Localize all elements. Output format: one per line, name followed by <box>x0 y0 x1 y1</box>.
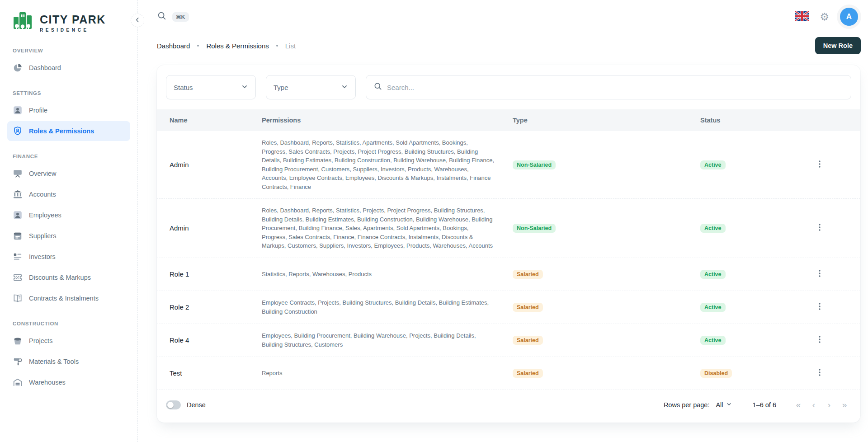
type-filter-select[interactable]: Type <box>266 75 356 99</box>
type-badge: Salaried <box>513 369 543 378</box>
search-icon <box>373 82 382 93</box>
vertical-dots-icon <box>815 368 824 378</box>
brand-logo-link[interactable]: CITY PARK RESIDENCE <box>7 10 130 35</box>
first-page-button[interactable]: « <box>792 398 805 412</box>
breadcrumb: Dashboard Roles & Permissions List <box>157 42 296 50</box>
projects-basket-icon <box>13 336 23 346</box>
sidebar-item-contracts-instalments[interactable]: Contracts & Instalments <box>7 288 130 308</box>
row-actions-kebab-button[interactable] <box>811 265 829 283</box>
row-actions-kebab-button[interactable] <box>811 364 829 382</box>
table-header: Name Permissions Type Status <box>157 109 860 131</box>
app-root: CITY PARK RESIDENCE OVERVIEW Dashboard S… <box>0 0 868 442</box>
new-role-button[interactable]: New Role <box>815 37 861 54</box>
sidebar-item-label: Accounts <box>29 191 56 198</box>
type-badge: Non-Salaried <box>513 160 556 169</box>
table-search-box <box>366 75 851 99</box>
keyboard-shortcut-badge: ⌘K <box>172 12 189 22</box>
sidebar-item-materials-tools[interactable]: Materials & Tools <box>7 352 130 371</box>
row-actions-kebab-button[interactable] <box>811 331 829 349</box>
sidebar-section-label: FINANCE <box>7 154 130 159</box>
rows-per-page-select[interactable]: All <box>716 401 731 409</box>
topbar-right: ⚙ A <box>795 8 861 26</box>
uk-flag-icon <box>795 11 809 22</box>
employees-person-icon <box>13 210 23 220</box>
sidebar-item-projects[interactable]: Projects <box>7 331 130 351</box>
status-badge: Active <box>700 270 726 279</box>
sidebar-item-discounts-markups[interactable]: Discounts & Markups <box>7 268 130 287</box>
discounts-ticket-icon <box>13 273 23 282</box>
profile-icon <box>13 105 23 115</box>
sidebar-item-roles-permissions[interactable]: Roles & Permissions <box>7 121 130 141</box>
sidebar-nav: OVERVIEW Dashboard SETTINGS Profile Role… <box>7 48 130 392</box>
status-badge: Active <box>700 336 726 345</box>
main-area: ⌘K ⚙ A Dashboard Roles & Permissions <box>138 0 868 442</box>
sidebar-section-label: SETTINGS <box>7 90 130 96</box>
sidebar-item-employees[interactable]: Employees <box>7 205 130 225</box>
role-permissions: Employee Contracts, Projects, Building S… <box>262 298 495 316</box>
breadcrumb-roles-permissions[interactable]: Roles & Permissions <box>206 42 269 50</box>
roles-permissions-shield-icon <box>13 126 23 136</box>
breadcrumb-separator-dot <box>197 45 199 47</box>
status-badge: Active <box>700 303 726 312</box>
vertical-dots-icon <box>815 269 824 279</box>
accounts-bank-icon <box>13 189 23 199</box>
topbar: ⌘K ⚙ A <box>157 0 861 33</box>
status-filter-label: Status <box>174 84 193 91</box>
role-name: Admin <box>157 161 262 169</box>
sidebar-item-investors[interactable]: Investors <box>7 247 130 267</box>
search-input[interactable] <box>387 84 844 91</box>
sidebar-item-label: Suppliers <box>29 232 56 240</box>
filters-row: Status Type <box>157 65 860 109</box>
status-filter-select[interactable]: Status <box>166 75 256 99</box>
previous-page-button[interactable]: ‹ <box>807 398 821 412</box>
sidebar-item-label: Investors <box>29 253 56 260</box>
row-actions-kebab-button[interactable] <box>811 298 829 316</box>
last-page-button[interactable]: » <box>838 398 851 412</box>
language-flag-button[interactable] <box>795 11 809 22</box>
breadcrumb-dashboard[interactable]: Dashboard <box>157 42 190 50</box>
finance-overview-icon <box>13 169 23 179</box>
row-actions-kebab-button[interactable] <box>811 156 829 174</box>
brand-name: CITY PARK <box>40 13 106 26</box>
role-name: Role 1 <box>157 270 262 278</box>
status-badge: Active <box>700 224 726 233</box>
sidebar-item-dashboard[interactable]: Dashboard <box>7 58 130 78</box>
warehouses-icon <box>13 377 23 387</box>
rows-per-page-value: All <box>716 401 723 409</box>
pager: « ‹ › » <box>792 398 851 412</box>
sidebar-item-label: Discounts & Markups <box>29 274 91 281</box>
rows-per-page-label: Rows per page: <box>664 401 710 409</box>
type-badge: Salaried <box>513 303 543 312</box>
table-footer: Dense Rows per page: All 1–6 of 6 « ‹ › <box>157 390 860 423</box>
sidebar-item-warehouses[interactable]: Warehouses <box>7 372 130 392</box>
role-permissions: Statistics, Reports, Warehouses, Product… <box>262 270 495 279</box>
sidebar-item-label: Contracts & Instalments <box>29 295 99 302</box>
sidebar-item-accounts[interactable]: Accounts <box>7 184 130 204</box>
vertical-dots-icon <box>815 160 824 170</box>
sidebar-section-label: OVERVIEW <box>7 48 130 53</box>
user-avatar[interactable]: A <box>840 8 858 26</box>
settings-gear-button[interactable]: ⚙ <box>820 11 829 23</box>
brand-mark-icon <box>11 10 34 35</box>
type-badge: Non-Salaried <box>513 224 556 233</box>
table-row: Test Reports Salaried Disabled <box>157 357 860 390</box>
materials-tools-icon <box>13 357 23 367</box>
breadcrumb-list-current: List <box>285 42 296 50</box>
sidebar-item-label: Dashboard <box>29 64 61 71</box>
dense-toggle[interactable] <box>166 400 181 409</box>
sidebar-item-overview[interactable]: Overview <box>7 164 130 183</box>
sidebar-item-profile[interactable]: Profile <box>7 100 130 120</box>
next-page-button[interactable]: › <box>822 398 836 412</box>
column-header-type: Type <box>513 117 700 124</box>
row-actions-kebab-button[interactable] <box>811 219 829 237</box>
sidebar-item-label: Overview <box>29 170 56 177</box>
brand-subtitle: RESIDENCE <box>40 28 106 33</box>
role-permissions: Roles, Dashboard, Reports, Statistics, P… <box>262 206 495 250</box>
sidebar-collapse-button[interactable] <box>131 14 144 27</box>
page-head: Dashboard Roles & Permissions List New R… <box>157 37 861 54</box>
sidebar-item-suppliers[interactable]: Suppliers <box>7 226 130 246</box>
status-badge: Disabled <box>700 369 732 378</box>
sidebar-section-label: CONSTRUCTION <box>7 321 130 326</box>
global-search-button[interactable]: ⌘K <box>157 11 189 23</box>
column-header-status: Status <box>700 117 811 124</box>
